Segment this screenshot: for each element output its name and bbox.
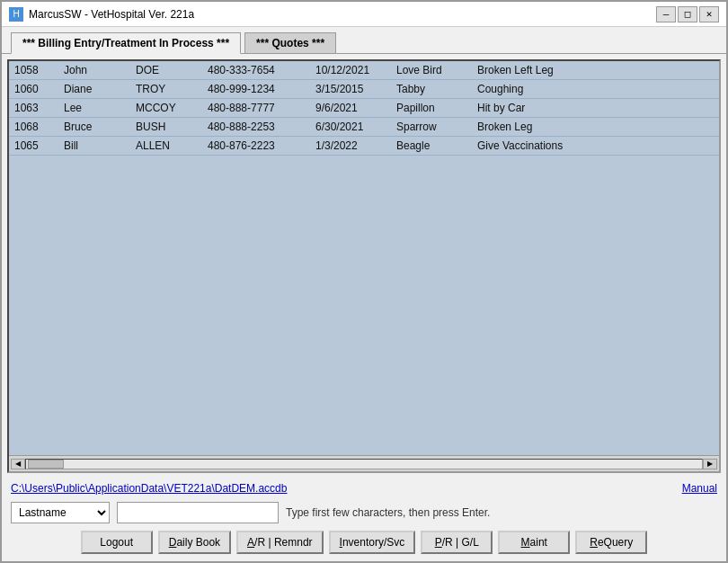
horizontal-scrollbar[interactable]	[25, 459, 703, 469]
inventory-svc-button[interactable]: Inventory/Svc	[329, 531, 416, 554]
pr-gl-button[interactable]: P/R | G/L	[421, 531, 493, 554]
maint-button[interactable]: Maint	[498, 531, 570, 554]
maximize-button[interactable]: □	[678, 6, 697, 22]
app-icon: H	[9, 7, 23, 22]
daily-book-button[interactable]: Daily Book	[158, 531, 231, 554]
search-field-select[interactable]: Lastname Firstname Phone ID	[11, 502, 110, 523]
table-row[interactable]: 1063 Lee MCCOY 480-888-7777 9/6/2021 Pap…	[9, 99, 719, 118]
window-title: MarcusSW - VetHospital Ver. 221a	[29, 8, 194, 21]
table-row[interactable]: 1060 Diane TROY 480-999-1234 3/15/2015 T…	[9, 80, 719, 99]
table-row[interactable]: 1065 Bill ALLEN 480-876-2223 1/3/2022 Be…	[9, 137, 719, 156]
manual-link[interactable]: Manual	[682, 482, 717, 495]
search-hint: Type first few characters, then press En…	[286, 506, 490, 519]
search-bar: Lastname Firstname Phone ID Type first f…	[2, 498, 726, 527]
table-row[interactable]: 1058 John DOE 480-333-7654 10/12/2021 Lo…	[9, 61, 719, 80]
scroll-right-button[interactable]: ▶	[703, 459, 717, 469]
title-bar-left: H MarcusSW - VetHospital Ver. 221a	[9, 7, 194, 22]
table-row[interactable]: 1068 Bruce BUSH 480-888-2253 6/30/2021 S…	[9, 118, 719, 137]
close-button[interactable]: ✕	[699, 6, 719, 22]
ar-remndr-button[interactable]: A/R | Remndr	[236, 531, 323, 554]
logout-button[interactable]: Logout	[81, 531, 153, 554]
title-bar: H MarcusSW - VetHospital Ver. 221a — □ ✕	[2, 2, 726, 27]
main-window: H MarcusSW - VetHospital Ver. 221a — □ ✕…	[0, 0, 728, 563]
scrollbar-area: ◀ ▶	[9, 455, 719, 471]
scroll-left-button[interactable]: ◀	[11, 459, 25, 469]
tab-bar: *** Billing Entry/Treatment In Process *…	[2, 27, 726, 54]
minimize-button[interactable]: —	[656, 6, 676, 22]
requery-button[interactable]: ReQuery	[575, 531, 647, 554]
button-bar: Logout Daily Book A/R | Remndr Inventory…	[2, 527, 726, 561]
search-input[interactable]	[117, 502, 279, 523]
db-path-link[interactable]: C:\Users\Public\ApplicationData\VET221a\…	[11, 482, 287, 495]
main-content: 1058 John DOE 480-333-7654 10/12/2021 Lo…	[2, 54, 726, 478]
tab-quotes[interactable]: *** Quotes ***	[244, 32, 336, 53]
status-bar: C:\Users\Public\ApplicationData\VET221a\…	[2, 478, 726, 498]
title-controls: — □ ✕	[656, 6, 719, 22]
data-table-container: 1058 John DOE 480-333-7654 10/12/2021 Lo…	[7, 59, 721, 473]
scrollbar-thumb[interactable]	[28, 460, 64, 469]
table-body: 1058 John DOE 480-333-7654 10/12/2021 Lo…	[9, 61, 719, 455]
tab-billing[interactable]: *** Billing Entry/Treatment In Process *…	[11, 32, 241, 54]
